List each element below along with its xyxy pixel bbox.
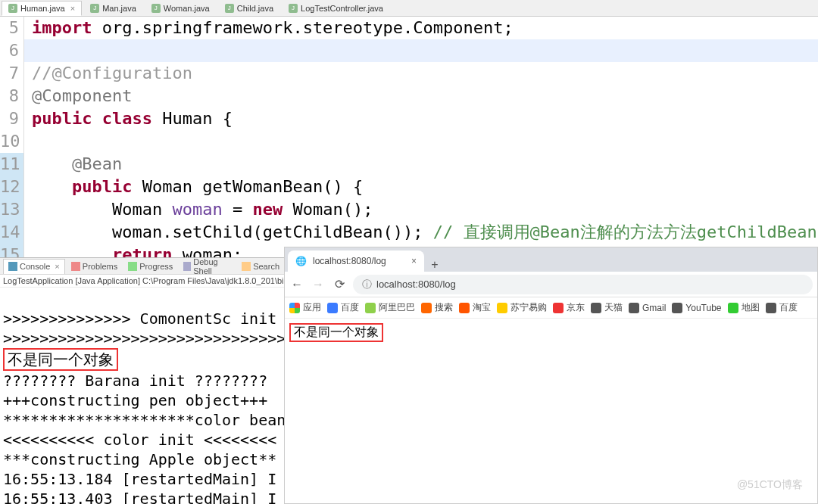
line-number: 5	[0, 17, 24, 39]
tab-problems[interactable]: Problems	[67, 259, 122, 274]
apps-icon	[289, 303, 300, 313]
java-icon: J	[8, 4, 17, 13]
debug-icon	[183, 262, 191, 271]
line-number: 10	[0, 130, 24, 153]
bookmark-taobao[interactable]: 淘宝	[459, 301, 491, 314]
bookmark-baidu[interactable]: 百度	[327, 301, 359, 314]
browser-viewport[interactable]: 不是同一个对象	[285, 319, 817, 347]
highlighted-output: 不是同一个对象	[289, 323, 383, 342]
taobao-icon	[459, 303, 470, 313]
tab-logtestcontroller-java[interactable]: J LogTestController.java	[282, 1, 390, 16]
tab-human-java[interactable]: J Human.java ×	[2, 1, 82, 16]
java-icon: J	[225, 4, 234, 13]
tab-label: Man.java	[102, 4, 136, 13]
problems-icon	[71, 262, 80, 271]
console-icon	[8, 262, 17, 271]
forward-button[interactable]: →	[311, 278, 326, 291]
tab-title: localhost:8080/log	[313, 256, 386, 266]
tab-label: Woman.java	[164, 4, 210, 13]
search-icon	[242, 262, 251, 271]
reload-button[interactable]: ⟳	[332, 277, 347, 291]
java-icon: J	[289, 4, 298, 13]
editor-tab-bar: J Human.java × J Man.java J Woman.java J…	[0, 0, 818, 17]
tab-console[interactable]: Console×	[3, 259, 65, 274]
bookmark-jd[interactable]: 京东	[553, 301, 585, 314]
close-icon[interactable]: ×	[70, 4, 75, 13]
new-tab-button[interactable]: +	[424, 258, 445, 272]
line-number: 8	[0, 85, 24, 107]
line-number: 7	[0, 62, 24, 85]
bookmark-sogou[interactable]: 搜索	[421, 301, 453, 314]
browser-window: 🌐 localhost:8080/log × + ← → ⟳ ⓘ localho…	[284, 247, 818, 504]
info-icon[interactable]: ⓘ	[362, 278, 372, 291]
jd-icon	[553, 303, 564, 313]
console-subtitle: LogTestApplication [Java Application] C:…	[0, 275, 284, 288]
code-editor[interactable]: 5import org.springframework.stereotype.C…	[0, 17, 818, 266]
tab-progress[interactable]: Progress	[123, 259, 177, 274]
bookmark-youtube[interactable]: YouTube	[672, 303, 721, 313]
line-number: 6	[0, 39, 24, 62]
bookmarks-bar: 应用 百度 阿里巴巴 搜索 淘宝 苏宁易购 京东 天猫 Gmail YouTub…	[285, 297, 817, 319]
tab-woman-java[interactable]: J Woman.java	[145, 1, 217, 16]
alibaba-icon	[365, 303, 376, 313]
console-tab-bar: Console× Problems Progress Debug Shell S…	[0, 258, 284, 275]
browser-tab[interactable]: 🌐 localhost:8080/log ×	[288, 250, 424, 272]
close-icon[interactable]: ×	[411, 256, 417, 266]
tab-man-java[interactable]: J Man.java	[83, 1, 143, 16]
tab-label: Child.java	[237, 4, 273, 13]
browser-tab-strip: 🌐 localhost:8080/log × +	[285, 247, 817, 272]
line-number: 13	[0, 198, 24, 221]
bookmark-map[interactable]: 地图	[728, 301, 760, 314]
tab-debug-shell[interactable]: Debug Shell	[179, 259, 236, 274]
youtube-icon	[672, 303, 682, 313]
back-button[interactable]: ←	[289, 278, 304, 291]
globe-icon: 🌐	[295, 256, 307, 266]
baidu-icon	[766, 303, 776, 313]
tab-child-java[interactable]: J Child.java	[218, 1, 280, 16]
line-number: 14	[0, 221, 24, 244]
java-icon: J	[90, 4, 99, 13]
line-number: 9	[0, 107, 24, 130]
bookmark-ali[interactable]: 阿里巴巴	[365, 301, 415, 314]
close-icon[interactable]: ×	[55, 262, 59, 271]
bookmark-gmail[interactable]: Gmail	[629, 303, 666, 313]
tab-search[interactable]: Search	[237, 259, 284, 274]
java-icon: J	[151, 4, 161, 13]
line-number: 12	[0, 176, 24, 198]
console-output[interactable]: >>>>>>>>>>>>>> ComonentSc init >>>>>>>>>…	[0, 288, 284, 504]
url-text: localhost:8080/log	[376, 278, 456, 290]
address-bar-row: ← → ⟳ ⓘ localhost:8080/log	[285, 272, 817, 297]
progress-icon	[128, 262, 137, 271]
line-number: 11	[0, 153, 24, 176]
tmall-icon	[591, 303, 601, 313]
bookmark-suning[interactable]: 苏宁易购	[497, 301, 547, 314]
bookmark-baidu-2[interactable]: 百度	[766, 301, 798, 314]
bookmark-apps[interactable]: 应用	[289, 301, 321, 314]
sogou-icon	[421, 303, 432, 313]
baidu-icon	[327, 303, 338, 313]
tab-label: Human.java	[20, 4, 65, 13]
bookmark-tmall[interactable]: 天猫	[591, 301, 623, 314]
gmail-icon	[629, 303, 639, 313]
watermark: @51CTO博客	[737, 478, 803, 492]
tab-label: LogTestController.java	[301, 4, 383, 13]
highlighted-output: 不是同一个对象	[3, 348, 118, 371]
address-bar[interactable]: ⓘ localhost:8080/log	[353, 275, 813, 294]
suning-icon	[497, 303, 507, 313]
console-panel: Console× Problems Progress Debug Shell S…	[0, 257, 284, 504]
map-icon	[728, 303, 738, 313]
